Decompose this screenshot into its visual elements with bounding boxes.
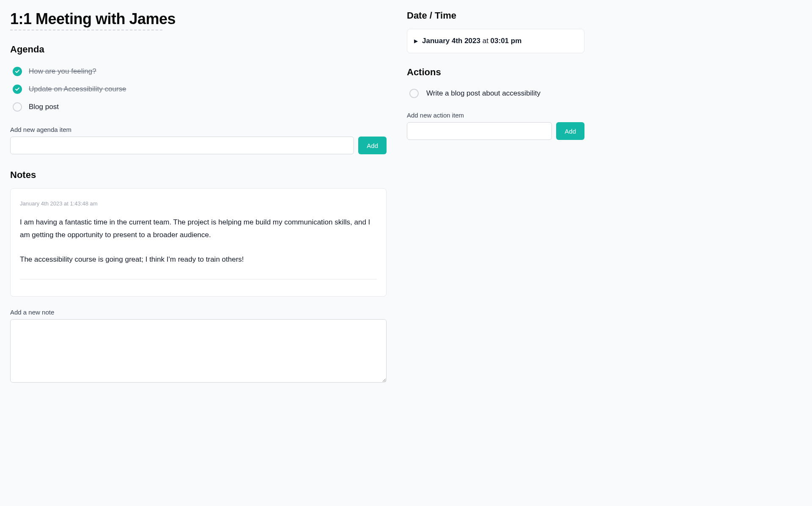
- note-paragraph: I am having a fantastic time in the curr…: [20, 216, 377, 241]
- action-add-label: Add new action item: [407, 112, 584, 119]
- note-body: I am having a fantastic time in the curr…: [20, 216, 377, 265]
- agenda-heading: Agenda: [10, 44, 387, 55]
- agenda-item-text: Update on Accessibility course: [29, 85, 126, 93]
- action-item: Write a blog post about accessibility: [407, 85, 584, 101]
- notes-heading: Notes: [10, 170, 387, 181]
- disclosure-triangle-icon: ▶: [414, 38, 418, 44]
- checkmark-icon[interactable]: [13, 67, 22, 76]
- agenda-list: How are you feeling?Update on Accessibil…: [10, 63, 387, 116]
- note-card: January 4th 2023 at 1:43:48 amI am havin…: [10, 188, 387, 297]
- page-title: 1:1 Meeting with James: [10, 10, 387, 28]
- datetime-at: at: [480, 37, 491, 45]
- datetime-time: 03:01 pm: [491, 37, 522, 45]
- note-add-textarea[interactable]: [10, 319, 387, 383]
- note-paragraph: The accessibility course is going great;…: [20, 253, 377, 266]
- empty-circle-icon[interactable]: [13, 102, 22, 112]
- agenda-item: Blog post: [10, 98, 387, 116]
- actions-heading: Actions: [407, 67, 584, 78]
- empty-circle-icon[interactable]: [409, 89, 419, 98]
- agenda-item: Update on Accessibility course: [10, 80, 387, 98]
- agenda-item: How are you feeling?: [10, 63, 387, 80]
- datetime-card[interactable]: ▶ January 4th 2023 at 03:01 pm: [407, 29, 584, 53]
- action-item-text: Write a blog post about accessibility: [426, 89, 540, 98]
- agenda-add-button[interactable]: Add: [358, 137, 387, 154]
- action-add-input[interactable]: [407, 122, 552, 140]
- agenda-add-input[interactable]: [10, 137, 354, 154]
- note-timestamp: January 4th 2023 at 1:43:48 am: [20, 200, 377, 207]
- note-divider: [20, 279, 377, 279]
- datetime-heading: Date / Time: [407, 10, 584, 21]
- agenda-item-text: Blog post: [29, 103, 59, 111]
- actions-list: Write a blog post about accessibility: [407, 85, 584, 101]
- datetime-date: January 4th 2023: [422, 37, 480, 45]
- title-divider: [10, 30, 162, 30]
- agenda-item-text: How are you feeling?: [29, 67, 96, 76]
- checkmark-icon[interactable]: [13, 85, 22, 94]
- note-add-label: Add a new note: [10, 309, 387, 316]
- action-add-button[interactable]: Add: [556, 122, 584, 140]
- agenda-add-label: Add new agenda item: [10, 126, 387, 133]
